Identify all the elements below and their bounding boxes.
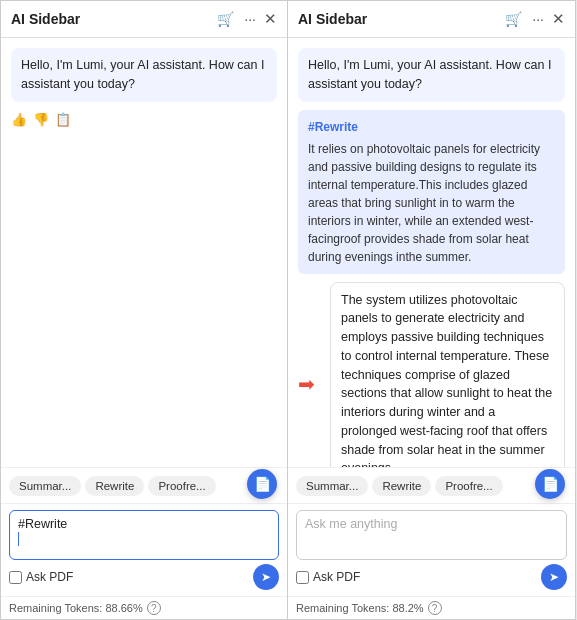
doc-btn-right[interactable]: 📄 — [535, 469, 565, 499]
summary-btn-right[interactable]: Summar... — [296, 476, 368, 496]
left-send-icon: ➤ — [261, 570, 271, 584]
right-input-area: Ask me anything Ask PDF ➤ — [288, 503, 575, 596]
response-bubble: The system utilizes photovoltaic panels … — [330, 282, 565, 468]
left-tokens-bar: Remaining Tokens: 88.66% ? — [1, 596, 287, 619]
left-input-value: #Rewrite — [18, 517, 67, 531]
left-input-area: #Rewrite Ask PDF ➤ — [1, 503, 287, 596]
left-greeting-bubble: Hello, I'm Lumi, your AI assistant. How … — [11, 48, 277, 102]
summary-btn-left[interactable]: Summar... — [9, 476, 81, 496]
proofread-btn-right[interactable]: Proofre... — [435, 476, 502, 496]
left-ask-pdf-checkbox[interactable] — [9, 571, 22, 584]
right-panel: AI Sidebar 🛒 ··· ✕ Hello, I'm Lumi, your… — [288, 0, 576, 620]
right-help-icon[interactable]: ? — [428, 601, 442, 615]
left-ask-pdf-label[interactable]: Ask PDF — [9, 570, 73, 584]
right-input-footer: Ask PDF ➤ — [296, 564, 567, 590]
rewrite-tag: #Rewrite — [308, 118, 555, 136]
left-chat-area: Hello, I'm Lumi, your AI assistant. How … — [1, 38, 287, 467]
right-tokens-bar: Remaining Tokens: 88.2% ? — [288, 596, 575, 619]
left-send-btn[interactable]: ➤ — [253, 564, 279, 590]
right-ask-pdf-label[interactable]: Ask PDF — [296, 570, 360, 584]
right-send-icon: ➤ — [549, 570, 559, 584]
right-panel-header: AI Sidebar 🛒 ··· ✕ — [288, 1, 575, 38]
response-text: The system utilizes photovoltaic panels … — [341, 293, 552, 468]
more-icon-left[interactable]: ··· — [242, 9, 258, 29]
right-input-placeholder: Ask me anything — [305, 517, 397, 531]
rewrite-btn-right[interactable]: Rewrite — [372, 476, 431, 496]
proofread-btn-left[interactable]: Proofre... — [148, 476, 215, 496]
close-btn-right[interactable]: ✕ — [552, 10, 565, 28]
right-tokens-text: Remaining Tokens: 88.2% — [296, 602, 424, 614]
left-help-icon[interactable]: ? — [147, 601, 161, 615]
left-panel: AI Sidebar 🛒 ··· ✕ Hello, I'm Lumi, your… — [0, 0, 288, 620]
right-quick-actions: Summar... Rewrite Proofre... ⋮ — [288, 467, 575, 503]
left-panel-title: AI Sidebar — [11, 11, 209, 27]
thumbsup-icon-left[interactable]: 👍 — [11, 112, 27, 127]
more-icon-right[interactable]: ··· — [530, 9, 546, 29]
rewrite-btn-left[interactable]: Rewrite — [85, 476, 144, 496]
left-reaction-bar: 👍 👎 📋 — [11, 110, 277, 129]
copy-icon-left[interactable]: 📋 — [55, 112, 71, 127]
rewrite-block: #Rewrite It relies on photovoltaic panel… — [298, 110, 565, 274]
left-quick-actions: Summar... Rewrite Proofre... ⋮ — [1, 467, 287, 503]
left-greeting-text: Hello, I'm Lumi, your AI assistant. How … — [21, 58, 264, 91]
left-panel-header: AI Sidebar 🛒 ··· ✕ — [1, 1, 287, 38]
left-tokens-text: Remaining Tokens: 88.66% — [9, 602, 143, 614]
cart-icon-left[interactable]: 🛒 — [215, 9, 236, 29]
thumbsdown-icon-left[interactable]: 👎 — [33, 112, 49, 127]
right-greeting-bubble: Hello, I'm Lumi, your AI assistant. How … — [298, 48, 565, 102]
left-input-footer: Ask PDF ➤ — [9, 564, 279, 590]
right-panel-title: AI Sidebar — [298, 11, 497, 27]
left-cursor — [18, 532, 19, 546]
doc-btn-left[interactable]: 📄 — [247, 469, 277, 499]
right-send-btn[interactable]: ➤ — [541, 564, 567, 590]
close-btn-left[interactable]: ✕ — [264, 10, 277, 28]
right-ask-pdf-checkbox[interactable] — [296, 571, 309, 584]
right-greeting-text: Hello, I'm Lumi, your AI assistant. How … — [308, 58, 551, 91]
cart-icon-right[interactable]: 🛒 — [503, 9, 524, 29]
arrow-icon: ➡ — [298, 372, 322, 396]
arrow-row: ➡ The system utilizes photovoltaic panel… — [298, 282, 565, 468]
right-input-box[interactable]: Ask me anything — [296, 510, 567, 560]
left-input-box[interactable]: #Rewrite — [9, 510, 279, 560]
right-chat-area: Hello, I'm Lumi, your AI assistant. How … — [288, 38, 575, 467]
rewrite-original-text: It relies on photovoltaic panels for ele… — [308, 142, 540, 264]
